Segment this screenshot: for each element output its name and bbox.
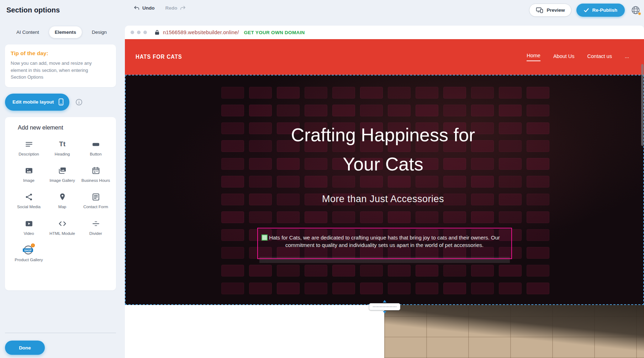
hero-tile xyxy=(360,265,383,277)
window-controls xyxy=(131,31,147,34)
site-preview-frame: n1566589.websitebuilder.online/ GET YOUR… xyxy=(125,26,644,358)
nav-contact-us[interactable]: Contact us xyxy=(587,53,612,60)
hero-section-selected[interactable]: Crafting Happiness for Your Cats More th… xyxy=(125,75,644,305)
preview-button[interactable]: Preview xyxy=(529,4,571,17)
element-heading[interactable]: Tt Heading xyxy=(46,139,78,157)
hero-tile xyxy=(332,283,355,294)
element-label: Image xyxy=(23,178,35,183)
element-image[interactable]: Image xyxy=(13,166,45,183)
info-button[interactable] xyxy=(75,98,83,106)
edit-mobile-layout-button[interactable]: Edit mobile layout xyxy=(5,94,69,111)
hero-tile xyxy=(277,211,300,223)
hero-tile xyxy=(471,265,494,277)
element-image-gallery[interactable]: Image Gallery xyxy=(46,166,78,183)
scrollbar-thumb[interactable] xyxy=(641,64,644,146)
hero-tile xyxy=(277,283,300,294)
hero-tile xyxy=(443,283,466,294)
window-dot xyxy=(131,31,134,34)
sidebar-tabs: AI Content Elements Design xyxy=(11,26,112,38)
element-button[interactable]: Button xyxy=(80,139,112,157)
hero-tile xyxy=(527,87,549,99)
social-media-icon xyxy=(25,193,33,201)
hero-tile xyxy=(305,211,327,223)
hero-tile xyxy=(388,87,411,99)
get-domain-link[interactable]: GET YOUR OWN DOMAIN xyxy=(244,30,305,35)
resize-grip xyxy=(369,303,400,310)
element-map[interactable]: Map xyxy=(46,192,78,209)
language-globe-button[interactable] xyxy=(630,5,641,16)
nav-home[interactable]: Home xyxy=(527,53,540,61)
window-dot xyxy=(143,31,147,34)
hero-tile xyxy=(277,265,300,277)
page-title: Section options xyxy=(6,6,60,14)
site-url[interactable]: n1566589.websitebuilder.online/ xyxy=(163,30,239,35)
tab-elements[interactable]: Elements xyxy=(49,26,82,38)
hero-subheading[interactable]: More than Just Accessories xyxy=(125,194,641,205)
image-gallery-icon xyxy=(58,166,67,175)
tab-design[interactable]: Design xyxy=(86,26,112,38)
undo-button[interactable]: Undo xyxy=(134,5,155,11)
element-label: Button xyxy=(90,152,101,157)
hero-tile xyxy=(527,265,549,277)
hero-heading[interactable]: Crafting Happiness for Your Cats xyxy=(125,120,641,179)
hero-tile xyxy=(305,265,327,277)
business-hours-icon xyxy=(91,166,100,175)
element-description[interactable]: Description xyxy=(13,139,45,157)
element-social-media[interactable]: Social Media xyxy=(13,192,45,209)
nav-about-us[interactable]: About Us xyxy=(553,53,575,60)
hero-tile xyxy=(499,211,522,223)
tab-ai-content[interactable]: AI Content xyxy=(11,26,45,38)
divider-icon xyxy=(91,219,100,228)
devices-icon xyxy=(536,7,543,13)
done-button[interactable]: Done xyxy=(5,341,45,355)
element-label: Social Media xyxy=(17,204,41,209)
hero-tile xyxy=(499,87,522,99)
hero-tile xyxy=(443,105,466,116)
hero-tile xyxy=(416,105,438,116)
hero-tile xyxy=(305,105,327,116)
site-header[interactable]: HATS FOR CATS Home About Us Contact us .… xyxy=(125,39,644,75)
redo-button[interactable]: Redo xyxy=(165,5,186,11)
hero-tile xyxy=(416,283,438,294)
preview-label: Preview xyxy=(547,7,565,13)
hero-tile xyxy=(443,211,466,223)
html-module-icon xyxy=(58,219,67,228)
hero-heading-text: Crafting Happiness for Your Cats xyxy=(282,120,485,179)
site-scrollbar[interactable] xyxy=(640,39,644,358)
hero-tile xyxy=(527,105,549,116)
map-icon xyxy=(58,193,67,201)
element-label: Description xyxy=(19,152,39,157)
hero-tile xyxy=(221,229,244,241)
hero-tile xyxy=(499,265,522,277)
element-business-hours[interactable]: Business Hours xyxy=(80,166,112,183)
pavement-photo xyxy=(384,305,644,358)
hero-tile xyxy=(416,211,438,223)
element-label: Video xyxy=(23,231,34,236)
element-divider[interactable]: Divider xyxy=(80,219,112,236)
republish-button[interactable]: Re-Publish xyxy=(576,4,625,17)
edit-mobile-row: Edit mobile layout xyxy=(5,94,116,111)
section-resize-handle[interactable] xyxy=(369,300,400,314)
hero-tile xyxy=(388,211,411,223)
element-label: HTML Module xyxy=(49,231,75,236)
hero-tile xyxy=(332,211,355,223)
element-video[interactable]: Video xyxy=(13,219,45,236)
hero-tile xyxy=(249,105,272,116)
hero-tile xyxy=(332,105,355,116)
resize-up-arrow-icon xyxy=(383,300,386,302)
hero-tile xyxy=(305,87,327,99)
hero-tile xyxy=(471,283,494,294)
nav-more[interactable]: ... xyxy=(625,53,629,60)
hero-tile xyxy=(221,247,244,259)
undo-icon xyxy=(134,5,140,11)
element-html-module[interactable]: HTML Module xyxy=(46,219,78,236)
element-drag-handle[interactable] xyxy=(262,235,268,241)
undo-redo-group: Undo Redo xyxy=(134,5,186,11)
paragraph-element-selected[interactable]: Hats for Cats, we are dedicated to craft… xyxy=(257,228,512,259)
site-logo[interactable]: HATS FOR CATS xyxy=(136,53,182,60)
edit-mobile-label: Edit mobile layout xyxy=(12,99,54,105)
hero-paragraph: Hats for Cats, we are dedicated to craft… xyxy=(262,234,507,249)
contact-form-icon xyxy=(91,193,100,201)
element-contact-form[interactable]: Contact Form xyxy=(80,192,112,209)
element-product-gallery[interactable]: SHOP ↑ Product Gallery xyxy=(13,245,45,262)
